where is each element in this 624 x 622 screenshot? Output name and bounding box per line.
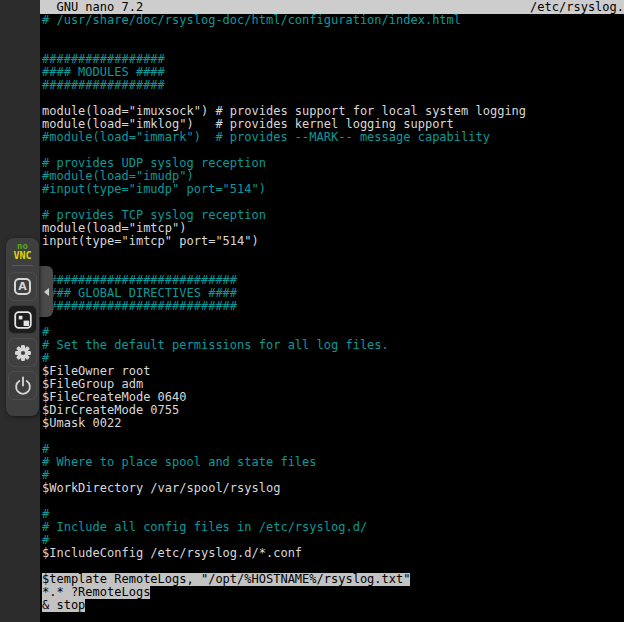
power-icon (12, 374, 34, 398)
vnc-viewport: GNU nano 7.2 /etc/rsyslog. # /usr/share/… (0, 0, 624, 622)
terminal-line: # /usr/share/doc/rsyslog-doc/html/config… (42, 14, 624, 27)
nano-buffer: # /usr/share/doc/rsyslog-doc/html/config… (40, 14, 624, 612)
terminal-line: ########################### (42, 300, 624, 313)
divider (12, 265, 33, 266)
fullscreen-button[interactable] (8, 305, 37, 334)
terminal-line: # Set the default permissions for all lo… (42, 339, 624, 352)
terminal-line (42, 248, 624, 261)
settings-button[interactable] (8, 338, 37, 367)
terminal-line (42, 430, 624, 443)
terminal-line: # Include all config files in /etc/rsysl… (42, 521, 624, 534)
nano-titlebar: GNU nano 7.2 /etc/rsyslog. (40, 0, 624, 14)
terminal-line: #module(load="immark") # provides --MARK… (42, 131, 624, 144)
novnc-logo: no VNC (13, 242, 31, 260)
terminal-line: # Where to place spool and state files (42, 456, 624, 469)
novnc-logo-vnc: VNC (13, 251, 31, 260)
terminal-line (42, 27, 624, 40)
terminal-line: $IncludeConfig /etc/rsyslog.d/*.conf (42, 547, 624, 560)
fullscreen-icon (12, 309, 34, 331)
clipboard-icon: A (14, 278, 31, 295)
terminal-line: $DirCreateMode 0755 (42, 404, 624, 417)
terminal-line: input(type="imtcp" port="514") (42, 235, 624, 248)
collapse-arrow-icon (44, 288, 49, 296)
terminal-line: $Umask 0022 (42, 417, 624, 430)
terminal-line: $WorkDirectory /var/spool/rsyslog (42, 482, 624, 495)
clipboard-button[interactable]: A (8, 272, 37, 301)
terminal-line: ################# (42, 79, 624, 92)
terminal-line (42, 495, 624, 508)
nano-filename-label: /etc/rsyslog. (530, 0, 624, 14)
novnc-control-bar: no VNC A (6, 238, 39, 416)
nano-version-label: GNU nano 7.2 (42, 0, 143, 14)
control-bar-handle[interactable] (39, 266, 53, 317)
terminal-line (42, 313, 624, 326)
terminal-line: & stop (42, 599, 624, 612)
gear-icon (12, 342, 34, 364)
terminal-screen[interactable]: GNU nano 7.2 /etc/rsyslog. # /usr/share/… (40, 0, 624, 622)
terminal-line: *.* ?RemoteLogs (42, 586, 624, 599)
terminal-line: #input(type="imudp" port="514") (42, 183, 624, 196)
power-button[interactable] (8, 371, 37, 400)
